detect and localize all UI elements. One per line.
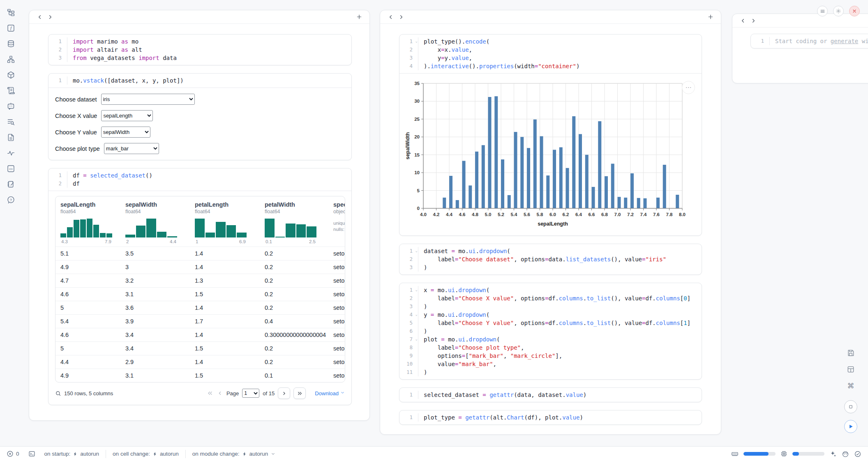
- run-button[interactable]: [844, 420, 857, 433]
- chart-bar: [585, 155, 589, 208]
- chevron-left-icon[interactable]: [34, 12, 45, 22]
- connection-status-icon[interactable]: [854, 450, 861, 458]
- choose-x-value-select[interactable]: sepalLength: [101, 110, 153, 121]
- column-name[interactable]: species: [333, 201, 345, 208]
- svg-text:20: 20: [414, 134, 420, 139]
- choose-y-value-select[interactable]: sepalWidth: [101, 127, 150, 138]
- column-name[interactable]: petalLength: [195, 201, 265, 208]
- chevron-left-icon[interactable]: [737, 16, 748, 25]
- add-cell-button[interactable]: [705, 12, 716, 22]
- sidebar-item-scratchpad[interactable]: [5, 179, 16, 189]
- row-count-label: 150 rows, 5 columns: [64, 390, 113, 396]
- sidebar-item-functions[interactable]: f: [5, 23, 16, 33]
- search-icon[interactable]: [55, 390, 61, 396]
- fold-chevron-icon[interactable]: ⌄: [416, 247, 418, 255]
- code-editor[interactable]: 1⌄x = mo.ui.dropdown(2 label="Choose X v…: [399, 283, 702, 379]
- sidebar-item-documentation[interactable]: [5, 132, 16, 143]
- chart-bar: [553, 150, 556, 208]
- table-cell: 3.2: [125, 277, 195, 284]
- on-startup-setting[interactable]: on startup: autorun: [44, 451, 99, 457]
- code-editor[interactable]: 1Start coding or generate with AI: [751, 34, 868, 48]
- sidebar-item-search-list[interactable]: [5, 117, 16, 127]
- table-cell: 3.1: [125, 290, 195, 298]
- download-label: Download: [315, 390, 339, 396]
- menu-button[interactable]: [817, 6, 828, 16]
- code-editor[interactable]: 1df = selected_dataset()2df: [48, 168, 351, 191]
- choose-dataset-select[interactable]: iris: [101, 94, 195, 105]
- altair-bar-chart[interactable]: 4.04.24.44.64.85.05.25.45.65.86.06.26.46…: [404, 78, 692, 231]
- save-icon[interactable]: [845, 348, 856, 358]
- chevron-left-icon[interactable]: [385, 12, 396, 22]
- sidebar-item-snippets[interactable]: <>: [5, 164, 16, 174]
- last-page-button[interactable]: [293, 387, 306, 399]
- code-text: y=y.value,: [418, 54, 702, 62]
- table-cell: 0.4: [265, 318, 333, 325]
- code-line: 3from vega_datasets import data: [48, 54, 351, 62]
- code-text: dataset = mo.ui.dropdown(: [418, 247, 702, 255]
- add-cell-button[interactable]: [354, 12, 365, 22]
- setting-label: on startup:: [44, 451, 71, 457]
- sidebar-item-help[interactable]: ?: [5, 195, 16, 205]
- first-page-button[interactable]: [207, 390, 213, 396]
- ai-sparkles-icon[interactable]: [829, 450, 837, 458]
- on-module-change-setting[interactable]: on module change: autorun: [192, 451, 276, 457]
- chevron-right-icon[interactable]: [748, 16, 759, 25]
- code-editor[interactable]: 1selected_dataset = getattr(data, datase…: [399, 388, 702, 402]
- column-dtype: float64: [60, 209, 125, 214]
- chart-bar: [618, 197, 621, 208]
- code-editor[interactable]: 1⌄dataset = mo.ui.dropdown(2 label="Choo…: [399, 244, 702, 274]
- code-text: mo.vstack([dataset, x, y, plot]): [67, 76, 351, 85]
- choose-plot-type-select[interactable]: mark_bar: [104, 143, 159, 154]
- sidebar-item-file-tree[interactable]: [5, 7, 16, 18]
- code-editor[interactable]: 1plot_type = getattr(alt.Chart(df), plot…: [399, 410, 702, 424]
- svg-text:5.2: 5.2: [498, 212, 504, 217]
- dropdown-label: Choose Y value: [55, 129, 97, 136]
- column-name[interactable]: sepalWidth: [125, 201, 195, 208]
- sidebar-item-logs[interactable]: [5, 85, 16, 96]
- chevron-right-icon[interactable]: [396, 12, 406, 22]
- stop-button[interactable]: [844, 400, 857, 413]
- sidebar-item-datasources[interactable]: [5, 39, 16, 49]
- command-palette-icon[interactable]: ⌘: [845, 380, 856, 391]
- chart-bar: [482, 145, 485, 208]
- close-button[interactable]: [849, 6, 860, 16]
- fold-chevron-icon[interactable]: ⌄: [416, 310, 418, 318]
- prev-page-button[interactable]: [217, 390, 223, 396]
- code-line: 1⌄dataset = mo.ui.dropdown(: [399, 247, 702, 255]
- next-page-button[interactable]: [278, 387, 290, 399]
- assistant-bot-icon[interactable]: [842, 450, 849, 458]
- code-line: 1plot_type = getattr(alt.Chart(df), plot…: [399, 413, 702, 422]
- terminal-icon[interactable]: [28, 450, 35, 457]
- line-number: 3: [399, 54, 413, 62]
- code-editor[interactable]: 1⌄plot_type().encode(2 x=x.value,3 y=y.v…: [399, 35, 702, 73]
- range-max: 6.9: [239, 239, 246, 244]
- settings-gear-button[interactable]: [833, 6, 844, 16]
- window-controls: [817, 6, 860, 16]
- fold-chevron-icon[interactable]: ⌄: [416, 335, 418, 343]
- code-editor[interactable]: 1mo.vstack([dataset, x, y, plot]): [48, 74, 351, 88]
- column-header: sepalLengthfloat644.37.9: [60, 201, 125, 244]
- sidebar-item-packages[interactable]: [5, 70, 16, 80]
- code-editor[interactable]: 1import marimo as mo2import altair as al…: [48, 35, 351, 65]
- on-cell-change-setting[interactable]: on cell change: autorun: [113, 451, 179, 457]
- fold-chevron-icon[interactable]: ⌄: [416, 37, 418, 45]
- logs-icon: [7, 86, 15, 95]
- download-button[interactable]: Download: [315, 390, 345, 396]
- table-cell: 3.4: [125, 345, 195, 352]
- line-number: 1: [399, 391, 413, 399]
- page-select[interactable]: 1: [242, 389, 259, 398]
- layout-grid-icon[interactable]: [845, 364, 856, 375]
- sidebar-item-tracing[interactable]: [5, 148, 16, 158]
- column-name[interactable]: petalWidth: [265, 201, 333, 208]
- chevron-right-icon[interactable]: [45, 12, 55, 22]
- code-line: 1⌄x = mo.ui.dropdown(: [399, 286, 702, 294]
- svg-text:6.2: 6.2: [563, 212, 569, 217]
- chart-actions-button[interactable]: ⋯: [682, 81, 695, 94]
- sidebar-item-chat[interactable]: [5, 101, 16, 111]
- line-number: 4: [399, 62, 413, 70]
- column-name[interactable]: sepalLength: [60, 201, 125, 208]
- fold-chevron-icon[interactable]: ⌄: [416, 286, 418, 294]
- error-indicator[interactable]: 0: [7, 450, 19, 457]
- sidebar-item-dependencies[interactable]: [5, 54, 16, 65]
- table-cell: 1.4: [195, 331, 265, 339]
